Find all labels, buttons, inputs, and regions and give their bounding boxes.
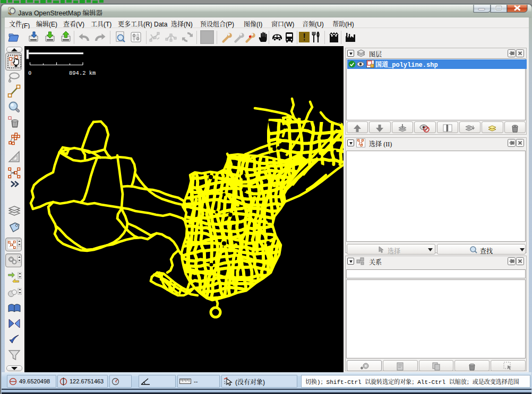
svg-text:894.2 km: 894.2 km xyxy=(69,70,96,76)
svg-text:0: 0 xyxy=(28,70,31,76)
